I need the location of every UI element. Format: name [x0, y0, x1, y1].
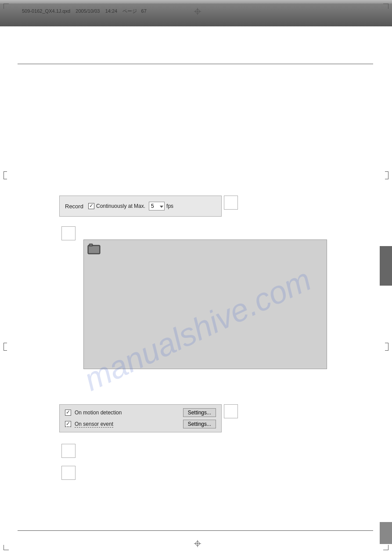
- callout-box-5: [61, 466, 76, 480]
- sensor-event-label: On sensor event: [75, 421, 113, 428]
- page-label: ページ: [122, 8, 137, 14]
- fps-dropdown-arrow: [160, 206, 163, 208]
- sensor-event-settings-button[interactable]: Settings...: [183, 420, 216, 428]
- top-center-crosshair: [194, 8, 201, 15]
- callout-box-2: [61, 226, 76, 240]
- camera-settings-icon: [87, 243, 101, 256]
- motion-detection-settings-button[interactable]: Settings...: [183, 408, 216, 417]
- settings-panel: On motion detection Settings... On senso…: [59, 404, 222, 432]
- motion-detection-row: On motion detection Settings...: [65, 408, 216, 417]
- continuously-label: Continuously at Max.: [96, 203, 145, 209]
- svg-rect-1: [89, 246, 99, 253]
- corner-bl: [4, 545, 9, 551]
- callout-box-3: [224, 404, 238, 418]
- sensor-event-checkbox[interactable]: [65, 421, 71, 427]
- corner-tr: [383, 4, 388, 10]
- sensor-event-row: On sensor event Settings...: [65, 420, 216, 428]
- video-preview-area: [83, 239, 327, 369]
- meta-line: 509-0162_QX4.1J.qxd 2005/10/03 14:24 ページ…: [22, 8, 147, 15]
- filename: 509-0162_QX4.1J.qxd: [22, 8, 70, 14]
- date: 2005/10/03: [76, 8, 100, 14]
- left-bracket-top: [4, 171, 7, 179]
- corner-tl: [4, 4, 9, 10]
- callout-box-4: [61, 444, 76, 458]
- top-rule: [18, 64, 373, 64]
- bottom-rule: [18, 530, 373, 531]
- right-bracket-top: [385, 171, 388, 179]
- record-label: Record: [65, 203, 85, 210]
- corner-br: [383, 545, 388, 551]
- time: 14:24: [105, 8, 118, 14]
- motion-detection-label: On motion detection: [75, 410, 122, 416]
- page-number: 67: [141, 8, 147, 14]
- left-bracket-mid: [4, 343, 7, 351]
- fps-select-group: 5 fps: [149, 202, 173, 210]
- svg-rect-3: [90, 244, 92, 246]
- right-tab-top: [380, 246, 392, 286]
- fps-dropdown[interactable]: 5: [149, 202, 165, 210]
- motion-detection-checkbox[interactable]: [65, 410, 71, 416]
- continuously-checkbox[interactable]: [88, 203, 94, 209]
- right-bracket-mid: [385, 343, 388, 351]
- right-tab-bottom: [380, 522, 392, 544]
- header-bar-light: [0, 0, 392, 4]
- callout-box-1: [224, 196, 238, 210]
- continuously-checkbox-item[interactable]: Continuously at Max.: [88, 203, 145, 209]
- record-panel: Record Continuously at Max. 5 fps: [59, 196, 222, 217]
- fps-value: 5: [151, 203, 154, 209]
- fps-unit: fps: [166, 203, 173, 209]
- bottom-center-crosshair: [194, 540, 201, 547]
